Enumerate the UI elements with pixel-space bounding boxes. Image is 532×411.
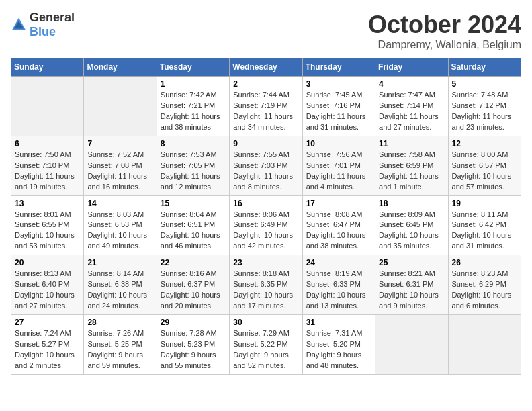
calendar-cell: 26Sunrise: 8:23 AM Sunset: 6:29 PM Dayli… (448, 255, 521, 315)
day-of-week-header: Friday (375, 58, 448, 77)
day-number: 15 (161, 199, 226, 208)
day-info: Sunrise: 7:56 AM Sunset: 7:01 PM Dayligh… (306, 150, 371, 193)
day-of-week-header: Sunday (11, 58, 84, 77)
day-number: 23 (233, 258, 298, 267)
calendar-cell (448, 315, 521, 375)
day-info: Sunrise: 8:18 AM Sunset: 6:35 PM Dayligh… (233, 269, 298, 312)
day-info: Sunrise: 7:29 AM Sunset: 5:22 PM Dayligh… (233, 328, 298, 371)
day-number: 1 (161, 79, 226, 89)
day-number: 26 (452, 258, 517, 267)
day-info: Sunrise: 7:28 AM Sunset: 5:23 PM Dayligh… (161, 328, 226, 371)
day-info: Sunrise: 7:55 AM Sunset: 7:03 PM Dayligh… (233, 150, 298, 193)
day-number: 6 (15, 139, 80, 148)
day-number: 8 (161, 139, 226, 148)
day-number: 4 (379, 79, 444, 89)
day-info: Sunrise: 8:01 AM Sunset: 6:55 PM Dayligh… (15, 210, 80, 253)
day-info: Sunrise: 7:24 AM Sunset: 5:27 PM Dayligh… (15, 328, 80, 371)
calendar-cell: 30Sunrise: 7:29 AM Sunset: 5:22 PM Dayli… (230, 315, 302, 375)
calendar-cell: 15Sunrise: 8:04 AM Sunset: 6:51 PM Dayli… (157, 195, 229, 255)
day-of-week-header: Wednesday (230, 58, 302, 77)
calendar-week-row: 20Sunrise: 8:13 AM Sunset: 6:40 PM Dayli… (11, 255, 521, 315)
day-of-week-header: Saturday (448, 58, 521, 77)
title-block: October 2024 Dampremy, Wallonia, Belgium (368, 11, 521, 51)
calendar-cell: 22Sunrise: 8:16 AM Sunset: 6:37 PM Dayli… (157, 255, 229, 315)
calendar-cell: 12Sunrise: 8:00 AM Sunset: 6:57 PM Dayli… (448, 136, 521, 195)
month-title: October 2024 (368, 11, 521, 39)
day-number: 25 (379, 258, 444, 267)
day-number: 7 (87, 139, 152, 148)
day-number: 21 (87, 258, 152, 267)
day-info: Sunrise: 7:26 AM Sunset: 5:25 PM Dayligh… (87, 328, 152, 371)
day-info: Sunrise: 7:45 AM Sunset: 7:16 PM Dayligh… (306, 90, 371, 133)
calendar-cell: 19Sunrise: 8:11 AM Sunset: 6:42 PM Dayli… (448, 195, 521, 255)
calendar-cell: 24Sunrise: 8:19 AM Sunset: 6:33 PM Dayli… (302, 255, 375, 315)
calendar-cell: 1Sunrise: 7:42 AM Sunset: 7:21 PM Daylig… (157, 77, 229, 136)
day-info: Sunrise: 8:03 AM Sunset: 6:53 PM Dayligh… (87, 210, 152, 253)
day-info: Sunrise: 8:16 AM Sunset: 6:37 PM Dayligh… (161, 269, 226, 312)
day-number: 17 (306, 199, 371, 208)
day-number: 13 (15, 199, 80, 208)
day-number: 18 (379, 199, 444, 208)
calendar-cell: 4Sunrise: 7:47 AM Sunset: 7:14 PM Daylig… (375, 77, 448, 136)
day-number: 22 (161, 258, 226, 267)
calendar-cell: 5Sunrise: 7:48 AM Sunset: 7:12 PM Daylig… (448, 77, 521, 136)
calendar-cell: 25Sunrise: 8:21 AM Sunset: 6:31 PM Dayli… (375, 255, 448, 315)
day-of-week-header: Thursday (302, 58, 375, 77)
calendar-cell: 7Sunrise: 7:52 AM Sunset: 7:08 PM Daylig… (84, 136, 157, 195)
calendar-cell: 18Sunrise: 8:09 AM Sunset: 6:45 PM Dayli… (375, 195, 448, 255)
day-info: Sunrise: 7:48 AM Sunset: 7:12 PM Dayligh… (452, 90, 517, 133)
calendar-cell: 3Sunrise: 7:45 AM Sunset: 7:16 PM Daylig… (302, 77, 375, 136)
calendar-cell (11, 77, 84, 136)
calendar-cell: 11Sunrise: 7:58 AM Sunset: 6:59 PM Dayli… (375, 136, 448, 195)
calendar-cell: 8Sunrise: 7:53 AM Sunset: 7:05 PM Daylig… (157, 136, 229, 195)
day-number: 2 (233, 79, 298, 89)
calendar-cell: 17Sunrise: 8:08 AM Sunset: 6:47 PM Dayli… (302, 195, 375, 255)
day-info: Sunrise: 7:52 AM Sunset: 7:08 PM Dayligh… (87, 150, 152, 193)
day-number: 14 (87, 199, 152, 208)
day-number: 27 (15, 318, 80, 327)
day-number: 28 (87, 318, 152, 327)
calendar-cell: 14Sunrise: 8:03 AM Sunset: 6:53 PM Dayli… (84, 195, 157, 255)
day-number: 11 (379, 139, 444, 148)
day-info: Sunrise: 7:50 AM Sunset: 7:10 PM Dayligh… (15, 150, 80, 193)
day-number: 16 (233, 199, 298, 208)
calendar-week-row: 27Sunrise: 7:24 AM Sunset: 5:27 PM Dayli… (11, 315, 521, 375)
day-number: 5 (452, 79, 517, 89)
day-info: Sunrise: 8:00 AM Sunset: 6:57 PM Dayligh… (452, 150, 517, 193)
day-info: Sunrise: 8:06 AM Sunset: 6:49 PM Dayligh… (233, 210, 298, 253)
calendar-cell: 16Sunrise: 8:06 AM Sunset: 6:49 PM Dayli… (230, 195, 302, 255)
day-info: Sunrise: 8:21 AM Sunset: 6:31 PM Dayligh… (379, 269, 444, 312)
day-number: 12 (452, 139, 517, 148)
day-number: 29 (161, 318, 226, 327)
day-info: Sunrise: 8:14 AM Sunset: 6:38 PM Dayligh… (87, 269, 152, 312)
calendar-cell: 6Sunrise: 7:50 AM Sunset: 7:10 PM Daylig… (11, 136, 84, 195)
calendar-header-row: SundayMondayTuesdayWednesdayThursdayFrid… (11, 58, 521, 77)
calendar-week-row: 6Sunrise: 7:50 AM Sunset: 7:10 PM Daylig… (11, 136, 521, 195)
calendar-cell: 2Sunrise: 7:44 AM Sunset: 7:19 PM Daylig… (230, 77, 302, 136)
logo: General Blue (11, 11, 75, 39)
calendar-week-row: 1Sunrise: 7:42 AM Sunset: 7:21 PM Daylig… (11, 77, 521, 136)
calendar-cell: 28Sunrise: 7:26 AM Sunset: 5:25 PM Dayli… (84, 315, 157, 375)
logo-blue-text: Blue (30, 25, 56, 38)
logo-general-text: General (30, 11, 75, 24)
calendar-cell: 9Sunrise: 7:55 AM Sunset: 7:03 PM Daylig… (230, 136, 302, 195)
day-number: 30 (233, 318, 298, 327)
calendar-week-row: 13Sunrise: 8:01 AM Sunset: 6:55 PM Dayli… (11, 195, 521, 255)
day-info: Sunrise: 8:09 AM Sunset: 6:45 PM Dayligh… (379, 210, 444, 253)
calendar-cell: 21Sunrise: 8:14 AM Sunset: 6:38 PM Dayli… (84, 255, 157, 315)
calendar-cell: 13Sunrise: 8:01 AM Sunset: 6:55 PM Dayli… (11, 195, 84, 255)
day-number: 10 (306, 139, 371, 148)
calendar-table: SundayMondayTuesdayWednesdayThursdayFrid… (11, 58, 521, 375)
day-of-week-header: Monday (84, 58, 157, 77)
calendar-cell: 31Sunrise: 7:31 AM Sunset: 5:20 PM Dayli… (302, 315, 375, 375)
day-info: Sunrise: 8:23 AM Sunset: 6:29 PM Dayligh… (452, 269, 517, 312)
day-number: 19 (452, 199, 517, 208)
day-info: Sunrise: 7:44 AM Sunset: 7:19 PM Dayligh… (233, 90, 298, 133)
calendar-cell: 23Sunrise: 8:18 AM Sunset: 6:35 PM Dayli… (230, 255, 302, 315)
calendar-cell (84, 77, 157, 136)
page-header: General Blue October 2024 Dampremy, Wall… (11, 11, 521, 51)
calendar-cell (375, 315, 448, 375)
day-info: Sunrise: 7:53 AM Sunset: 7:05 PM Dayligh… (161, 150, 226, 193)
day-number: 3 (306, 79, 371, 89)
day-info: Sunrise: 8:13 AM Sunset: 6:40 PM Dayligh… (15, 269, 80, 312)
